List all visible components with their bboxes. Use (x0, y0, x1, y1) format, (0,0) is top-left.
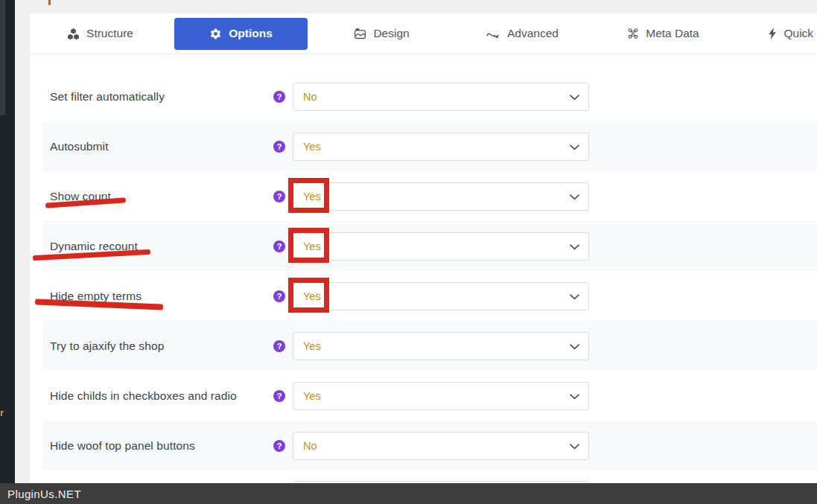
help-icon[interactable]: ? (273, 141, 285, 153)
curve-icon (486, 29, 500, 39)
setting-select[interactable]: Yes (293, 282, 589, 310)
setting-row: Dynamic recount?Yes (42, 221, 817, 271)
clipped-text-fragment (48, 0, 51, 5)
setting-select[interactable]: No (293, 432, 589, 460)
setting-select[interactable]: Yes (293, 182, 589, 211)
setting-row: Autosubmit?Yes (42, 121, 817, 171)
help-icon[interactable]: ? (273, 240, 285, 252)
setting-row: Hide woof top panel buttons?No (42, 421, 817, 470)
setting-row: Set filter automatically?No (42, 71, 817, 121)
setting-label: Autosubmit (50, 140, 273, 153)
setting-select[interactable]: Yes (293, 232, 589, 261)
setting-label: Hide childs in checkboxes and radio (50, 389, 273, 403)
tab-label: Meta Data (646, 27, 699, 40)
tab-structure[interactable]: Structure (30, 18, 171, 50)
setting-row: Show count?Yes (42, 171, 817, 221)
select-value: Yes (293, 340, 321, 352)
tab-advanced[interactable]: Advanced (452, 18, 593, 50)
cubes-icon (67, 28, 80, 40)
tab-design[interactable]: Design (311, 18, 452, 50)
setting-label: Try to ajaxify the shop (50, 339, 273, 353)
help-icon[interactable]: ? (273, 440, 285, 452)
setting-select[interactable]: Yes (293, 332, 589, 360)
watermark-text: PluginUs.NET (0, 488, 81, 500)
nodes-icon (627, 28, 639, 39)
chevron-down-icon (570, 444, 579, 450)
sidebar-clipped-text: r (0, 407, 4, 418)
select-value: No (293, 91, 317, 103)
chevron-down-icon (570, 95, 579, 101)
setting-label: Hide woof top panel buttons (50, 439, 273, 453)
tab-label: Design (373, 27, 409, 40)
chevron-down-icon (570, 144, 579, 150)
watermark-bar: PluginUs.NET (0, 483, 817, 504)
sidebar-substrip (0, 0, 5, 115)
annotation-red-box (288, 228, 329, 263)
chevron-down-icon (570, 344, 579, 350)
settings-list: Set filter automatically?NoAutosubmit?Ye… (42, 71, 817, 483)
tab-label: Structure (86, 27, 133, 40)
design-icon (354, 28, 366, 40)
help-icon[interactable]: ? (273, 290, 285, 302)
annotation-red-box (288, 178, 329, 213)
tab-label: Quick start (783, 27, 817, 40)
help-icon[interactable]: ? (273, 390, 285, 402)
chevron-down-icon (570, 394, 579, 400)
select-value: Yes (293, 390, 321, 402)
tab-meta-data[interactable]: Meta Data (593, 18, 734, 50)
setting-row-partial (42, 470, 817, 483)
setting-row: Hide empty terms?Yes (42, 271, 817, 321)
tab-options[interactable]: Options (174, 18, 308, 50)
tab-quick-start[interactable]: Quick start (734, 18, 817, 50)
select-value: No (293, 440, 317, 452)
help-icon[interactable]: ? (273, 91, 285, 103)
setting-select[interactable]: Yes (293, 382, 589, 410)
select-value: Yes (293, 141, 321, 153)
setting-row: Try to ajaxify the shop?Yes (42, 321, 817, 371)
admin-sidebar-collapsed: r (0, 0, 15, 504)
plugin-settings-panel: StructureOptionsDesignAdvancedMeta DataQ… (30, 13, 817, 483)
bolt-icon (769, 28, 777, 39)
setting-select[interactable]: No (293, 83, 589, 111)
gear-icon (209, 28, 222, 40)
setting-row: Hide childs in checkboxes and radio?Yes (42, 371, 817, 421)
annotation-red-box (288, 278, 329, 313)
chevron-down-icon (570, 294, 579, 300)
help-icon[interactable]: ? (273, 340, 285, 352)
chevron-down-icon (570, 194, 579, 200)
setting-label: Set filter automatically (50, 90, 273, 103)
setting-label: Dynamic recount (50, 240, 273, 253)
setting-select[interactable]: Yes (293, 133, 589, 161)
tab-bar: StructureOptionsDesignAdvancedMeta DataQ… (30, 13, 817, 54)
tab-label: Advanced (507, 27, 559, 40)
tab-label: Options (229, 27, 273, 40)
chevron-down-icon (570, 244, 579, 250)
help-icon[interactable]: ? (273, 191, 285, 202)
